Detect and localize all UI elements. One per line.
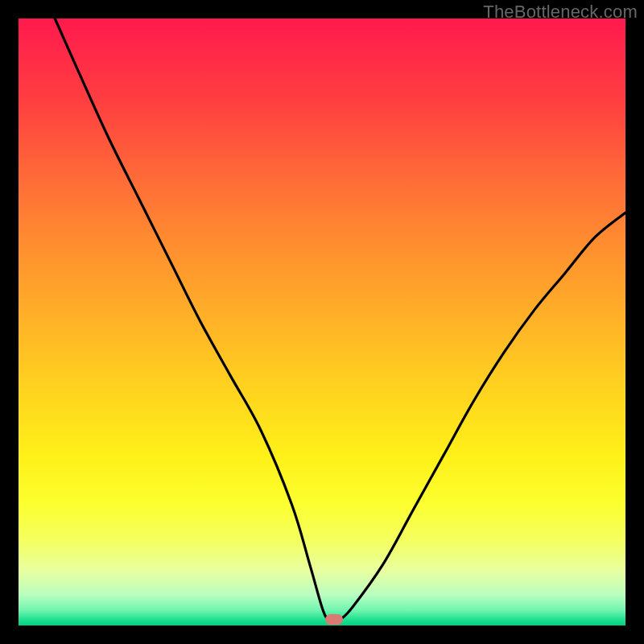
plot-area [19,19,625,625]
chart-frame: TheBottleneck.com [0,0,644,644]
minimum-marker [325,614,343,625]
bottleneck-curve [19,19,625,625]
